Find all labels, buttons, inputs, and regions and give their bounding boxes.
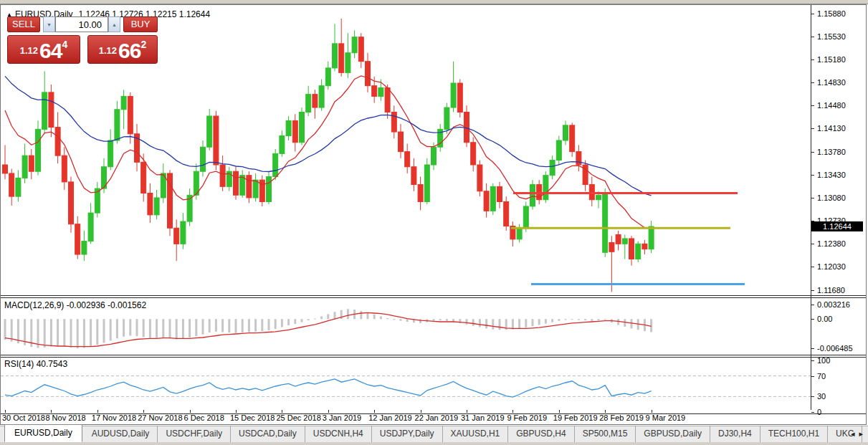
candle-body: [29, 155, 34, 171]
chart-tab-eurusd-daily[interactable]: EURUSD,Daily: [4, 424, 82, 442]
time-axis-label: 9 Mar 2019: [646, 413, 686, 422]
candle-body: [477, 165, 482, 191]
candle-body: [121, 96, 126, 109]
axis-tick: [811, 14, 814, 14]
sell-price-prefix: 1.12: [20, 45, 38, 56]
axis-label-text: -0.006485: [817, 344, 853, 353]
rsi-line: [5, 379, 652, 397]
candle-body: [128, 96, 133, 133]
macd-histogram-bar: [136, 319, 138, 336]
chart-tab-audusd-daily[interactable]: AUDUSD,Daily: [84, 426, 158, 442]
candle-body: [75, 224, 80, 254]
candle-body: [471, 143, 476, 165]
time-axis-label: 3 Jan 2019: [323, 413, 361, 422]
macd-histogram-bar: [156, 319, 158, 338]
macd-histogram-bar: [143, 319, 145, 337]
time-axis: 30 Oct 20188 Nov 201817 Nov 201827 Nov 2…: [1, 410, 811, 425]
candle-body: [62, 155, 67, 182]
axis-label-text: 1.14480: [817, 101, 846, 110]
candle-body: [36, 129, 41, 171]
candle-body: [220, 165, 225, 186]
time-axis-tick: [97, 410, 98, 413]
macd-histogram-bar: [380, 316, 382, 319]
time-axis-tick: [5, 410, 6, 413]
candle-body: [391, 112, 396, 132]
chart-tab-usdchf-daily[interactable]: USDCHF,Daily: [158, 426, 231, 442]
chart-tab-usdcad-daily[interactable]: USDCAD,Daily: [231, 426, 305, 442]
pane-separator[interactable]: [1, 357, 866, 358]
candle-body: [339, 44, 344, 72]
chart-tab-gbpusd-daily[interactable]: GBPUSD,Daily: [636, 426, 710, 442]
candle-body: [333, 44, 338, 68]
macd-histogram-bar: [83, 319, 85, 348]
time-axis-label: 8 Nov 2018: [45, 413, 85, 422]
macd-histogram-bar: [294, 319, 296, 324]
candle-body: [570, 125, 575, 152]
chart-tab-usdjpy-daily[interactable]: USDJPY,Daily: [372, 426, 443, 442]
candle-body: [88, 213, 93, 241]
candle-body: [629, 239, 634, 259]
tab-scroll-left-icon[interactable]: ◂: [849, 429, 857, 438]
time-axis-tick: [512, 410, 513, 413]
chart-tab-tech100-h1[interactable]: TECH100,H1: [760, 426, 828, 442]
chart-tab-gbpusd-h4[interactable]: GBPUSD,H4: [508, 426, 574, 442]
macd-histogram-bar: [360, 311, 362, 319]
chart-tab-usdcnh-h4[interactable]: USDCNH,H4: [305, 426, 372, 442]
volume-increase-button[interactable]: ▲: [108, 16, 120, 32]
candle-body: [306, 95, 311, 113]
time-axis-label: 9 Feb 2019: [507, 413, 547, 422]
time-axis-tick: [328, 410, 329, 413]
axis-tick: [811, 82, 814, 83]
candle-body: [523, 206, 528, 228]
candle-body: [378, 87, 383, 96]
candle-body: [313, 95, 318, 107]
volume-decrease-button[interactable]: ▼: [43, 16, 55, 32]
pane-separator[interactable]: [1, 297, 866, 298]
macd-histogram-bar: [650, 319, 652, 332]
macd-histogram-bar: [202, 319, 204, 334]
chart-tab-dj30-h4[interactable]: DJ30,H4: [710, 426, 760, 442]
macd-histogram-bar: [571, 319, 573, 320]
ma-fast-line: [5, 76, 652, 228]
macd-histogram-bar: [584, 319, 586, 320]
candle-body: [497, 186, 502, 201]
time-axis-label: 25 Dec 2018: [276, 413, 320, 422]
candle-body: [399, 132, 404, 152]
candle-body: [214, 116, 219, 165]
tab-scroll-right-icon[interactable]: ▸: [857, 429, 865, 438]
candle-body: [3, 165, 8, 173]
macd-histogram-bar: [11, 319, 13, 341]
axis-tick: [811, 37, 814, 37]
sell-price-sup: 4: [62, 39, 67, 50]
macd-histogram-bar: [545, 319, 547, 323]
macd-histogram-bar: [406, 319, 409, 322]
macd-histogram-bar: [254, 319, 257, 332]
candle-body: [174, 228, 179, 244]
rsi-indicator-chart[interactable]: [1, 358, 811, 413]
sell-price-button[interactable]: 1.12644: [7, 35, 80, 64]
axis-label-text: 30: [817, 392, 826, 401]
buy-price-button[interactable]: 1.12662: [87, 35, 158, 64]
sell-button[interactable]: SELL: [7, 16, 40, 32]
macd-histogram-bar: [281, 319, 283, 327]
macd-histogram-bar: [439, 319, 442, 320]
macd-histogram-bar: [347, 309, 349, 319]
macd-histogram-bar: [400, 319, 402, 321]
time-axis-tick: [282, 410, 282, 413]
time-axis-tick: [374, 410, 375, 413]
candle-body: [543, 176, 548, 200]
candle-body: [504, 201, 509, 226]
pane-separator[interactable]: [1, 295, 866, 296]
buy-price-sup: 2: [140, 39, 146, 50]
macd-histogram-bar: [63, 319, 65, 346]
macd-histogram-bar: [189, 319, 191, 338]
macd-histogram-bar: [551, 319, 553, 322]
volume-input[interactable]: [55, 16, 108, 32]
chart-tab-sp500-m15[interactable]: SP500,M15: [575, 426, 636, 442]
pane-separator[interactable]: [1, 355, 866, 355]
axis-tick: [811, 319, 814, 320]
buy-button[interactable]: BUY: [123, 16, 158, 32]
macd-histogram-bar: [598, 319, 600, 320]
chart-tab-xauusd-h1[interactable]: XAUUSD,H1: [443, 426, 509, 442]
chart-window[interactable]: ▲EURUSD,Daily1.12246 1.12726 1.12215 1.1…: [0, 4, 867, 425]
